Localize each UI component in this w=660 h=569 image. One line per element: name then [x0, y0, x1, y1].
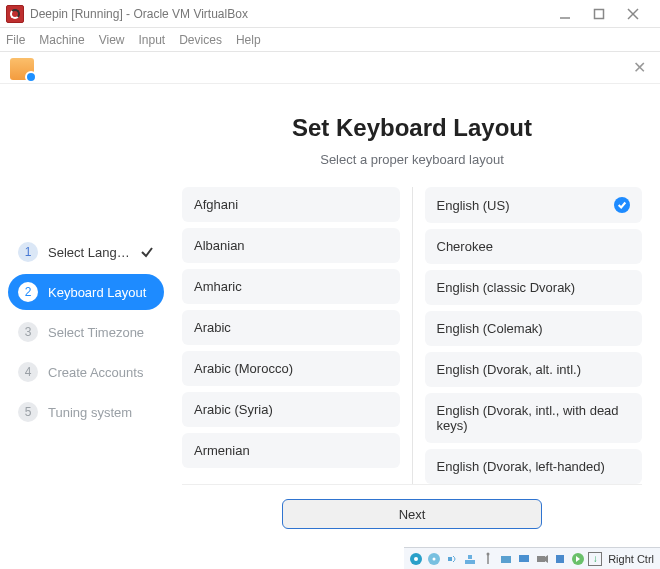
variant-option[interactable]: Cherokee — [425, 229, 643, 264]
maximize-button[interactable] — [592, 7, 606, 21]
check-icon — [140, 245, 154, 259]
svg-rect-1 — [595, 9, 604, 18]
layout-option[interactable]: Albanian — [182, 228, 400, 263]
svg-point-5 — [414, 557, 418, 561]
selected-check-icon — [614, 197, 630, 213]
processor-icon[interactable] — [552, 551, 568, 567]
step-label: Create Accounts — [48, 365, 154, 380]
step-label: Select Timezone — [48, 325, 154, 340]
usb-icon[interactable] — [480, 551, 496, 567]
content: Set Keyboard Layout Select a proper keyb… — [172, 84, 660, 546]
network-icon[interactable] — [462, 551, 478, 567]
hard-disk-icon[interactable] — [408, 551, 424, 567]
variant-option[interactable]: English (Dvorak, left-handed) — [425, 449, 643, 484]
svg-rect-9 — [465, 560, 475, 564]
menu-devices[interactable]: Devices — [179, 33, 222, 47]
layout-option[interactable]: Armenian — [182, 433, 400, 468]
svg-rect-10 — [468, 555, 472, 559]
titlebar: Deepin [Running] - Oracle VM VirtualBox — [0, 0, 660, 28]
step-label: Keyboard Layout — [48, 285, 154, 300]
menu-file[interactable]: File — [6, 33, 25, 47]
statusbar: ↓ Right Ctrl — [404, 547, 660, 569]
menu-help[interactable]: Help — [236, 33, 261, 47]
menu-input[interactable]: Input — [139, 33, 166, 47]
layout-list-left[interactable]: Afghani Albanian Amharic Arabic Arabic (… — [182, 187, 400, 484]
layout-columns: Afghani Albanian Amharic Arabic Arabic (… — [182, 187, 642, 484]
installer-close-icon[interactable]: ✕ — [633, 58, 646, 77]
installer-header: ✕ — [0, 52, 660, 84]
layout-option[interactable]: Arabic — [182, 310, 400, 345]
step-number: 1 — [18, 242, 38, 262]
layout-option[interactable]: Afghani — [182, 187, 400, 222]
svg-rect-15 — [537, 556, 545, 562]
host-key-indicator-icon[interactable]: ↓ — [588, 552, 602, 566]
menu-machine[interactable]: Machine — [39, 33, 84, 47]
layout-option[interactable]: Amharic — [182, 269, 400, 304]
svg-rect-14 — [519, 555, 529, 562]
menu-view[interactable]: View — [99, 33, 125, 47]
minimize-button[interactable] — [558, 7, 572, 21]
display-icon[interactable] — [516, 551, 532, 567]
step-number: 2 — [18, 282, 38, 302]
step-create-accounts[interactable]: 4 Create Accounts — [8, 354, 164, 390]
layout-list-right[interactable]: English (US) Cherokee English (classic D… — [425, 187, 643, 484]
next-button[interactable]: Next — [282, 499, 542, 529]
step-label: Tuning system — [48, 405, 154, 420]
sidebar: 1 Select Langu… 2 Keyboard Layout 3 Sele… — [0, 84, 172, 546]
svg-point-12 — [487, 552, 490, 555]
window-controls — [558, 7, 654, 21]
shared-folders-icon[interactable] — [498, 551, 514, 567]
layout-option[interactable]: Arabic (Syria) — [182, 392, 400, 427]
column-divider — [412, 187, 413, 484]
installer-logo-icon — [10, 56, 34, 80]
menubar: File Machine View Input Devices Help — [0, 28, 660, 52]
page-subheading: Select a proper keyboard layout — [320, 152, 504, 167]
next-wrap: Next — [182, 484, 642, 534]
mouse-integration-icon[interactable] — [570, 551, 586, 567]
step-number: 4 — [18, 362, 38, 382]
step-tuning-system[interactable]: 5 Tuning system — [8, 394, 164, 430]
variant-option[interactable]: English (Dvorak, intl., with dead keys) — [425, 393, 643, 443]
audio-icon[interactable] — [444, 551, 460, 567]
window-title: Deepin [Running] - Oracle VM VirtualBox — [30, 7, 558, 21]
variant-option[interactable]: English (US) — [425, 187, 643, 223]
recording-icon[interactable] — [534, 551, 550, 567]
svg-rect-8 — [448, 557, 452, 561]
svg-rect-17 — [556, 555, 564, 563]
variant-option[interactable]: English (Dvorak, alt. intl.) — [425, 352, 643, 387]
step-keyboard-layout[interactable]: 2 Keyboard Layout — [8, 274, 164, 310]
virtualbox-logo — [6, 5, 24, 23]
svg-marker-16 — [545, 555, 548, 563]
page-heading: Set Keyboard Layout — [292, 114, 532, 142]
variant-option[interactable]: English (Colemak) — [425, 311, 643, 346]
host-key-label: Right Ctrl — [608, 553, 654, 565]
main: 1 Select Langu… 2 Keyboard Layout 3 Sele… — [0, 84, 660, 546]
step-label: Select Langu… — [48, 245, 130, 260]
step-select-language[interactable]: 1 Select Langu… — [8, 234, 164, 270]
variant-option[interactable]: English (classic Dvorak) — [425, 270, 643, 305]
step-select-timezone[interactable]: 3 Select Timezone — [8, 314, 164, 350]
step-number: 5 — [18, 402, 38, 422]
optical-disk-icon[interactable] — [426, 551, 442, 567]
layout-option[interactable]: Arabic (Morocco) — [182, 351, 400, 386]
close-button[interactable] — [626, 7, 640, 21]
svg-point-7 — [433, 557, 436, 560]
step-number: 3 — [18, 322, 38, 342]
svg-rect-13 — [501, 556, 511, 563]
